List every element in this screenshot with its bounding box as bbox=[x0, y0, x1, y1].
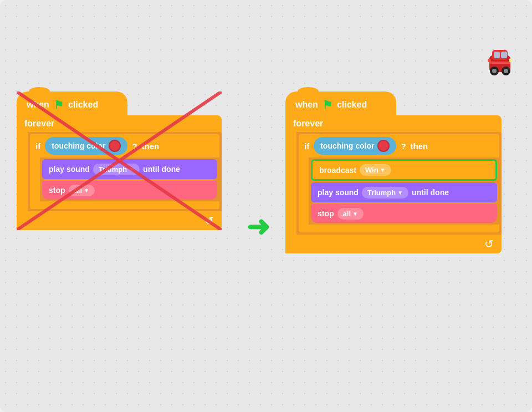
all-dropdown-right[interactable]: all ▼ bbox=[337, 208, 364, 220]
win-dropdown-right[interactable]: Win ▼ bbox=[360, 164, 391, 176]
left-script: when ⚑ clicked forever if touching color bbox=[17, 91, 222, 230]
touching-color-left[interactable]: touching color bbox=[45, 137, 127, 155]
clicked-label-right: clicked bbox=[337, 100, 367, 110]
green-flag-left: ⚑ bbox=[54, 98, 64, 111]
triumph-dropdown-right[interactable]: Triumph ▼ bbox=[362, 187, 408, 199]
question-mark-right: ? bbox=[401, 141, 406, 151]
play-sound-block-left[interactable]: play sound Triumph ▼ until done bbox=[42, 159, 217, 179]
color-dot-left[interactable] bbox=[109, 140, 121, 152]
green-flag-right: ⚑ bbox=[323, 98, 332, 111]
then-label-left: then bbox=[142, 141, 160, 151]
when-label-left: when bbox=[27, 100, 49, 110]
stop-block-left[interactable]: stop all ▼ bbox=[42, 181, 217, 200]
play-sound-block-right[interactable]: play sound Triumph ▼ until done bbox=[311, 182, 497, 202]
if-label-left: if bbox=[35, 141, 40, 151]
svg-rect-3 bbox=[501, 52, 507, 58]
when-label-right: when bbox=[295, 100, 318, 110]
touching-color-right[interactable]: touching color bbox=[314, 137, 396, 155]
clicked-label-left: clicked bbox=[68, 100, 98, 110]
stop-block-right[interactable]: stop all ▼ bbox=[311, 204, 497, 223]
if-block-right: if touching color ? then broadcast bbox=[299, 134, 499, 232]
svg-rect-10 bbox=[489, 62, 510, 64]
all-dropdown-left[interactable]: all ▼ bbox=[69, 185, 95, 196]
triumph-dropdown-left[interactable]: Triumph ▼ bbox=[93, 164, 140, 175]
svg-point-7 bbox=[504, 69, 508, 73]
if-block-left: if touching color ? then play sound bbox=[30, 134, 219, 209]
right-arrow: ➜ bbox=[247, 211, 270, 243]
svg-point-5 bbox=[492, 69, 497, 73]
broadcast-block-right[interactable]: broadcast Win ▼ bbox=[311, 159, 497, 181]
svg-rect-2 bbox=[494, 52, 500, 58]
if-label-right: if bbox=[304, 141, 309, 151]
right-script: when ⚑ clicked forever if touching color bbox=[285, 91, 502, 253]
question-mark-left: ? bbox=[132, 141, 137, 151]
car-sprite bbox=[485, 42, 515, 80]
color-dot-right[interactable] bbox=[377, 140, 390, 152]
main-container: when ⚑ clicked forever if touching color bbox=[0, 0, 532, 412]
forever-label-right: forever bbox=[285, 115, 502, 132]
forever-label-left: forever bbox=[17, 115, 222, 132]
then-label-right: then bbox=[411, 141, 428, 151]
